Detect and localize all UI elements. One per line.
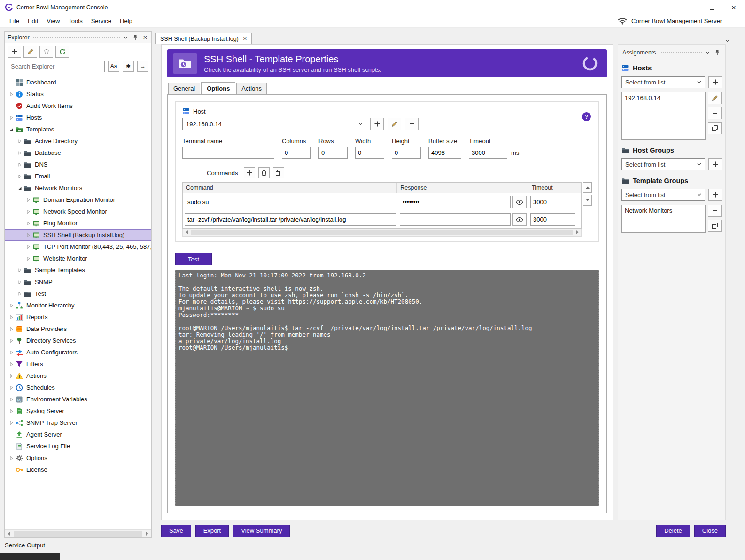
add-host-assignment-button[interactable] bbox=[708, 76, 722, 88]
response-input[interactable] bbox=[400, 196, 511, 208]
chevron-right-icon[interactable] bbox=[8, 115, 15, 120]
tree-item-dns[interactable]: DNS bbox=[5, 159, 151, 170]
edit-host-button[interactable] bbox=[388, 118, 401, 130]
scroll-right-icon[interactable] bbox=[143, 530, 151, 537]
tree-item-network-speed-monitor[interactable]: Network Speed Monitor bbox=[5, 206, 151, 217]
host-groups-select-dropdown[interactable]: Select from list bbox=[621, 158, 705, 170]
tree-item-environment-variables[interactable]: (x)Environment Variables bbox=[5, 393, 151, 405]
delete-template-button[interactable]: Delete bbox=[656, 525, 690, 537]
hosts-select-dropdown[interactable]: Select from list bbox=[621, 76, 705, 88]
tab-close-icon[interactable]: ✕ bbox=[243, 36, 247, 42]
chevron-right-icon[interactable] bbox=[16, 174, 23, 179]
chevron-right-icon[interactable] bbox=[24, 233, 31, 238]
edit-host-assignment-button[interactable] bbox=[708, 92, 722, 104]
remove-host-assignment-button[interactable] bbox=[708, 107, 722, 119]
tree-item-service-log-file[interactable]: Service Log File bbox=[5, 440, 151, 452]
tree-item-network-monitors[interactable]: Network Monitors bbox=[5, 182, 151, 194]
tab-actions[interactable]: Actions bbox=[236, 83, 267, 95]
tree-item-active-directory[interactable]: Active Directory bbox=[5, 135, 151, 147]
search-go-button[interactable]: → bbox=[137, 61, 148, 72]
template-groups-listbox[interactable]: Network Monitors bbox=[621, 205, 706, 233]
chevron-right-icon[interactable] bbox=[8, 456, 15, 460]
host-combobox[interactable]: 192.168.0.14 bbox=[182, 118, 366, 130]
remove-template-group-button[interactable] bbox=[708, 205, 722, 217]
view-summary-button[interactable]: View Summary bbox=[233, 525, 290, 537]
chevron-right-icon[interactable] bbox=[24, 221, 31, 226]
tree-item-status[interactable]: Status bbox=[5, 88, 151, 100]
explorer-horizontal-scrollbar[interactable] bbox=[5, 529, 151, 537]
tree-item-ping-monitor[interactable]: Ping Monitor bbox=[5, 217, 151, 229]
chevron-right-icon[interactable] bbox=[8, 362, 15, 367]
tree-item-options[interactable]: Options bbox=[5, 452, 151, 464]
add-command-button[interactable] bbox=[244, 167, 255, 178]
command-timeout-input[interactable] bbox=[530, 213, 575, 226]
tree-item-database[interactable]: Database bbox=[5, 147, 151, 159]
buffer-size-input[interactable] bbox=[428, 147, 461, 159]
tree-item-snmp[interactable]: SNMP bbox=[5, 276, 151, 288]
tree-item-filters[interactable]: Filters bbox=[5, 358, 151, 370]
menu-edit[interactable]: Edit bbox=[23, 15, 42, 26]
tree-item-tcp-port-monitor-80-443-25-465-587-14[interactable]: TCP Port Monitor (80,443, 25, 465, 587, … bbox=[5, 241, 151, 253]
scroll-up-icon[interactable] bbox=[583, 182, 592, 193]
maximize-button[interactable] bbox=[701, 0, 723, 15]
help-icon[interactable]: ? bbox=[582, 112, 591, 121]
tree-item-auto-configurators[interactable]: Auto-Configurators bbox=[5, 346, 151, 358]
scroll-down-icon[interactable] bbox=[583, 195, 592, 206]
copy-template-group-button[interactable] bbox=[708, 220, 722, 232]
tab-options[interactable]: Options bbox=[201, 82, 235, 94]
command-input[interactable] bbox=[185, 196, 396, 208]
show-response-button[interactable] bbox=[512, 196, 527, 208]
close-button[interactable]: ✕ bbox=[723, 0, 745, 15]
chevron-right-icon[interactable] bbox=[8, 303, 15, 308]
match-case-button[interactable]: Aa bbox=[108, 61, 119, 72]
add-button[interactable] bbox=[8, 46, 21, 58]
terminal-output-panel[interactable]: Last login: Mon Nov 21 10:17:09 2022 fro… bbox=[175, 270, 599, 506]
explorer-close-button[interactable]: ✕ bbox=[142, 33, 148, 42]
scrollbar-thumb[interactable] bbox=[191, 230, 573, 235]
tree-item-ssh-shell-backup-install-log[interactable]: SSH Shell (Backup Install.log) bbox=[5, 229, 151, 241]
chevron-right-icon[interactable] bbox=[8, 315, 15, 320]
explorer-collapse-button[interactable] bbox=[123, 35, 129, 40]
chevron-right-icon[interactable] bbox=[8, 397, 15, 402]
tree-item-domain-expiration-monitor[interactable]: Domain Expiration Monitor bbox=[5, 194, 151, 206]
tree-item-monitor-hierarchy[interactable]: Monitor Hierarchy bbox=[5, 299, 151, 311]
show-response-button[interactable] bbox=[512, 213, 527, 226]
search-input[interactable] bbox=[8, 61, 105, 72]
minimize-button[interactable] bbox=[680, 0, 701, 15]
chevron-right-icon[interactable] bbox=[8, 338, 15, 343]
tree-item-reports[interactable]: Reports bbox=[5, 311, 151, 323]
commands-horizontal-scrollbar[interactable] bbox=[182, 229, 582, 237]
columns-input[interactable] bbox=[282, 147, 311, 159]
tree-item-email[interactable]: Email bbox=[5, 170, 151, 182]
chevron-right-icon[interactable] bbox=[8, 374, 15, 378]
command-timeout-input[interactable] bbox=[530, 196, 575, 208]
explorer-drag-grip[interactable] bbox=[32, 37, 120, 38]
tree-item-snmp-trap-server[interactable]: SNMP Trap Server bbox=[5, 417, 151, 429]
tree-item-agent-server[interactable]: Agent Server bbox=[5, 429, 151, 440]
width-input[interactable] bbox=[355, 147, 384, 159]
add-host-group-button[interactable] bbox=[708, 158, 722, 170]
add-template-group-button[interactable] bbox=[708, 189, 722, 201]
commands-vertical-scrollbar[interactable] bbox=[582, 182, 592, 237]
document-tab[interactable]: SSH Shell (Backup Install.log) ✕ bbox=[155, 33, 252, 44]
scroll-left-icon[interactable] bbox=[183, 230, 190, 235]
chevron-right-icon[interactable] bbox=[8, 409, 15, 414]
command-input[interactable] bbox=[185, 213, 396, 226]
wildcard-button[interactable]: ✱ bbox=[123, 61, 134, 72]
template-group-list-item[interactable]: Network Monitors bbox=[622, 205, 705, 216]
tree-item-schedules[interactable]: Schedules bbox=[5, 382, 151, 393]
delete-command-button[interactable] bbox=[258, 167, 270, 178]
chevron-right-icon[interactable] bbox=[16, 139, 23, 144]
test-button[interactable]: Test bbox=[175, 253, 212, 265]
delete-button[interactable] bbox=[39, 46, 53, 58]
tree-item-data-providers[interactable]: Data Providers bbox=[5, 323, 151, 335]
chevron-right-icon[interactable] bbox=[16, 292, 23, 296]
chevron-right-icon[interactable] bbox=[24, 256, 31, 261]
template-groups-select-dropdown[interactable]: Select from list bbox=[621, 189, 705, 201]
chevron-right-icon[interactable] bbox=[16, 162, 23, 167]
timeout-input[interactable] bbox=[469, 147, 507, 159]
rows-input[interactable] bbox=[318, 147, 348, 159]
height-input[interactable] bbox=[392, 147, 421, 159]
tab-general[interactable]: General bbox=[168, 83, 200, 95]
export-button[interactable]: Export bbox=[195, 525, 229, 537]
